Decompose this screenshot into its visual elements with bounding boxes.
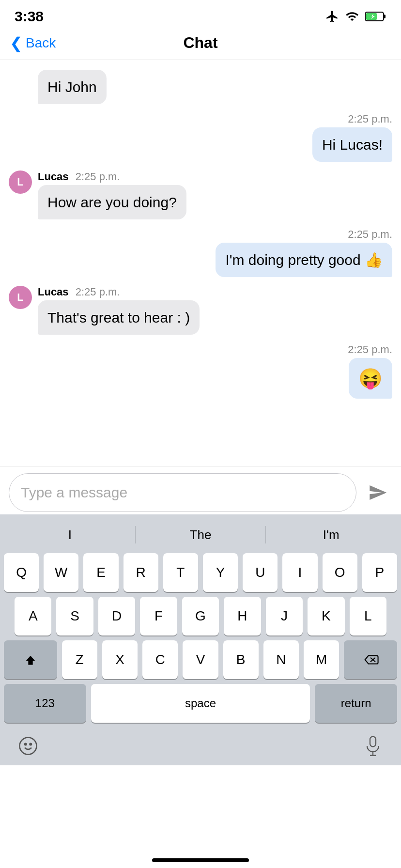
message-row: 2:25 p.m. I'm doing pretty good 👍: [9, 228, 392, 277]
key-s[interactable]: S: [56, 597, 93, 636]
key-c[interactable]: C: [142, 640, 178, 679]
keyboard-row-3: Z X C V B N M: [0, 640, 401, 679]
send-icon: [368, 483, 387, 502]
predictive-word-3[interactable]: I'm: [266, 527, 396, 542]
battery-icon: [365, 10, 386, 23]
key-z[interactable]: Z: [62, 640, 97, 679]
svg-rect-8: [370, 737, 376, 747]
send-button[interactable]: [363, 478, 392, 507]
keyboard-row-1: Q W E R T Y U I O P: [0, 553, 401, 592]
message-time: 2:25 p.m.: [76, 286, 120, 298]
key-l[interactable]: L: [350, 597, 386, 636]
status-bar: 3:38: [0, 0, 401, 26]
return-key[interactable]: return: [315, 684, 397, 723]
keyboard-row-4: 123 space return: [0, 684, 401, 723]
predictive-word-1[interactable]: I: [5, 527, 135, 542]
bubble-group: Lucas 2:25 p.m. How are you doing?: [38, 170, 186, 219]
microphone-icon: [364, 736, 382, 756]
sent-bubble-group: 2:25 p.m. 😝: [348, 343, 392, 399]
chat-area: Hi John 2:25 p.m. Hi Lucas! L Lucas 2:25…: [0, 60, 401, 496]
message-bubble: How are you doing?: [38, 185, 186, 219]
message-row: L Lucas 2:25 p.m. That's great to hear :…: [9, 286, 392, 335]
shift-key[interactable]: [4, 640, 57, 679]
sender-name: Lucas: [38, 286, 69, 298]
message-bubble: Hi Lucas!: [312, 127, 392, 162]
bubble-group: Hi John: [38, 70, 107, 104]
key-u[interactable]: U: [243, 553, 278, 592]
key-r[interactable]: R: [123, 553, 158, 592]
airplane-icon: [325, 10, 339, 23]
message-bubble: That's great to hear : ): [38, 300, 200, 335]
avatar: L: [9, 286, 32, 309]
key-q[interactable]: Q: [4, 553, 39, 592]
svg-rect-1: [384, 15, 386, 18]
key-j[interactable]: J: [266, 597, 303, 636]
sender-name: Lucas: [38, 170, 69, 183]
key-m[interactable]: M: [304, 640, 339, 679]
back-chevron-icon: ❮: [10, 34, 23, 52]
sent-bubble-group: 2:25 p.m. I'm doing pretty good 👍: [216, 228, 392, 277]
message-bubble: Hi John: [38, 70, 107, 104]
keyboard-row-2: A S D F G H J K L: [0, 597, 401, 636]
delete-icon: [362, 653, 379, 666]
chat-title: Chat: [183, 34, 217, 52]
back-button[interactable]: ❮ Back: [10, 34, 56, 52]
input-area: Type a message: [0, 466, 401, 519]
back-label: Back: [26, 35, 56, 51]
key-t[interactable]: T: [163, 553, 198, 592]
emoji-icon: [18, 736, 38, 756]
svg-point-6: [25, 744, 27, 745]
key-f[interactable]: F: [140, 597, 177, 636]
message-time: 2:25 p.m.: [348, 343, 392, 356]
bubble-group: Lucas 2:25 p.m. That's great to hear : ): [38, 286, 200, 335]
key-y[interactable]: Y: [203, 553, 238, 592]
message-time: 2:25 p.m.: [76, 170, 120, 183]
message-placeholder: Type a message: [21, 484, 127, 501]
wifi-icon: [344, 10, 360, 23]
key-b[interactable]: B: [223, 640, 259, 679]
key-x[interactable]: X: [102, 640, 138, 679]
sent-bubble-group: 2:25 p.m. Hi Lucas!: [312, 113, 392, 162]
numbers-key[interactable]: 123: [4, 684, 86, 723]
key-e[interactable]: E: [83, 553, 118, 592]
key-g[interactable]: G: [182, 597, 219, 636]
key-a[interactable]: A: [15, 597, 51, 636]
message-meta: Lucas 2:25 p.m.: [38, 286, 200, 298]
microphone-button[interactable]: [359, 732, 386, 760]
message-bubble: I'm doing pretty good 👍: [216, 243, 392, 277]
svg-point-5: [20, 738, 37, 755]
svg-point-7: [30, 744, 32, 745]
shift-icon: [24, 653, 37, 666]
status-icons: [325, 10, 386, 23]
key-n[interactable]: N: [263, 640, 299, 679]
key-k[interactable]: K: [308, 597, 344, 636]
message-row: Hi John: [9, 70, 392, 104]
predictive-bar: I The I'm: [0, 520, 401, 549]
message-row: 2:25 p.m. Hi Lucas!: [9, 113, 392, 162]
avatar: L: [9, 170, 32, 194]
emoji-button[interactable]: [15, 732, 42, 760]
key-v[interactable]: V: [183, 640, 218, 679]
predictive-word-2[interactable]: The: [136, 527, 266, 542]
key-d[interactable]: D: [98, 597, 135, 636]
message-time: 2:25 p.m.: [348, 113, 392, 125]
keyboard: I The I'm Q W E R T Y U I O P A S D F G …: [0, 514, 401, 765]
key-o[interactable]: O: [323, 553, 357, 592]
key-w[interactable]: W: [44, 553, 78, 592]
message-bubble: 😝: [349, 358, 392, 399]
message-time: 2:25 p.m.: [348, 228, 392, 241]
key-p[interactable]: P: [362, 553, 397, 592]
nav-bar: ❮ Back Chat: [0, 26, 401, 60]
message-meta: Lucas 2:25 p.m.: [38, 170, 186, 183]
message-row: L Lucas 2:25 p.m. How are you doing?: [9, 170, 392, 219]
key-h[interactable]: H: [224, 597, 261, 636]
home-indicator: [152, 858, 249, 862]
message-input-field[interactable]: Type a message: [9, 473, 356, 512]
message-row: 2:25 p.m. 😝: [9, 343, 392, 399]
delete-key[interactable]: [344, 640, 397, 679]
space-key[interactable]: space: [91, 684, 310, 723]
status-time: 3:38: [15, 8, 44, 25]
keyboard-bottom-bar: [0, 728, 401, 765]
key-i[interactable]: I: [282, 553, 317, 592]
